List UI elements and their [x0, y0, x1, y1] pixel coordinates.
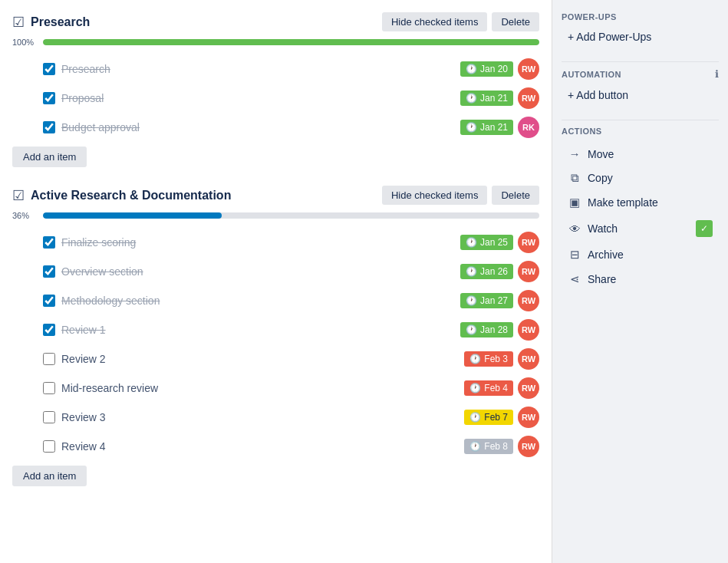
divider-1 [562, 61, 719, 62]
sidebar-action-watch[interactable]: 👁Watch✓ [562, 215, 719, 242]
item-checkbox[interactable] [43, 92, 55, 104]
checklist-item: Overview section🕐 Jan 26RW [43, 257, 539, 286]
actions-title: Actions [562, 127, 719, 136]
item-label: Budget approval [61, 121, 454, 133]
item-checkbox[interactable] [43, 265, 55, 278]
header-buttons: Hide checked itemsDelete [382, 12, 539, 31]
checklist-check-icon: ☑ [12, 187, 25, 204]
add-button-button[interactable]: + Add button [562, 86, 719, 104]
add-button-label: + Add button [568, 89, 628, 101]
clock-icon: 🕐 [466, 266, 477, 277]
actions-section: Actions →Move⧉Copy▣Make template👁Watch✓⊟… [562, 127, 719, 291]
progress-container: 100% [12, 38, 539, 47]
copy-icon: ⧉ [568, 171, 581, 185]
item-label: Review 2 [61, 353, 458, 365]
watch-label: Watch [588, 222, 690, 235]
date-badge[interactable]: 🕐 Jan 27 [460, 293, 513, 308]
avatar: RK [518, 117, 539, 138]
item-checkbox[interactable] [43, 295, 55, 307]
date-badge[interactable]: 🕐 Jan 21 [460, 120, 513, 135]
date-badge[interactable]: 🕐 Jan 26 [460, 264, 513, 279]
item-meta: 🕐 Jan 21RW [460, 87, 539, 109]
automation-title: Automation [562, 70, 621, 79]
checklist-item: Presearch🕐 Jan 20RW [43, 54, 539, 84]
item-meta: 🕐 Jan 28RW [460, 319, 539, 341]
checklist-item: Mid-research review🕐 Feb 4RW [43, 374, 539, 403]
add-powerup-label: + Add Power-Ups [568, 31, 651, 43]
date-badge[interactable]: 🕐 Jan 25 [460, 235, 513, 250]
make-template-label: Make template [588, 196, 713, 209]
avatar: RW [518, 377, 539, 399]
main-content: ☑PresearchHide checked itemsDelete100%Pr… [0, 0, 552, 563]
item-meta: 🕐 Jan 27RW [460, 290, 539, 311]
share-label: Share [588, 273, 713, 285]
item-label: Proposal [61, 92, 454, 104]
hide-checked-button[interactable]: Hide checked items [382, 12, 487, 31]
sidebar-action-share[interactable]: ⋖Share [562, 267, 719, 291]
add-item-button[interactable]: Add an item [12, 147, 87, 167]
sidebar-action-copy[interactable]: ⧉Copy [562, 166, 719, 190]
section-presearch: ☑PresearchHide checked itemsDelete100%Pr… [12, 12, 539, 167]
checklist-item: Finalize scoring🕐 Jan 25RW [43, 228, 539, 257]
avatar: RW [518, 348, 539, 370]
archive-icon: ⊟ [568, 248, 581, 262]
hide-checked-button[interactable]: Hide checked items [382, 186, 487, 205]
item-label: Overview section [61, 265, 454, 278]
item-checkbox[interactable] [43, 324, 55, 336]
checklist-item: Review 4🕐 Feb 8RW [43, 432, 539, 461]
title-area: ☑Presearch [12, 14, 382, 31]
divider-2 [562, 120, 719, 120]
date-badge[interactable]: 🕐 Feb 7 [464, 410, 513, 425]
item-label: Presearch [61, 63, 454, 75]
date-badge[interactable]: 🕐 Jan 20 [460, 61, 513, 77]
date-badge[interactable]: 🕐 Feb 8 [464, 439, 513, 454]
date-badge[interactable]: 🕐 Jan 21 [460, 91, 513, 106]
item-checkbox[interactable] [43, 382, 55, 394]
checklist-item: Budget approval🕐 Jan 21RK [43, 113, 539, 142]
add-powerup-button[interactable]: + Add Power-Ups [562, 28, 719, 46]
avatar: RW [518, 87, 539, 109]
sidebar-action-archive[interactable]: ⊟Archive [562, 242, 719, 267]
sidebar-action-move[interactable]: →Move [562, 142, 719, 166]
avatar: RW [518, 261, 539, 282]
add-item-button[interactable]: Add an item [12, 466, 87, 486]
progress-percent: 100% [12, 38, 37, 47]
date-badge[interactable]: 🕐 Feb 3 [464, 351, 513, 367]
avatar: RW [518, 436, 539, 457]
checklist-title: Active Research & Documentation [31, 189, 231, 202]
clock-icon: 🕐 [469, 412, 481, 423]
item-checkbox[interactable] [43, 440, 55, 453]
item-meta: 🕐 Jan 26RW [460, 261, 539, 282]
watch-icon: 👁 [568, 222, 581, 235]
item-meta: 🕐 Jan 21RK [460, 117, 539, 138]
checklist-items: Presearch🕐 Jan 20RWProposal🕐 Jan 21RWBud… [43, 54, 539, 142]
item-checkbox[interactable] [43, 353, 55, 365]
watch-check-icon: ✓ [696, 220, 713, 237]
progress-bar-bg [43, 39, 539, 45]
checklist-item: Review 2🕐 Feb 3RW [43, 344, 539, 374]
item-checkbox[interactable] [43, 236, 55, 249]
delete-button[interactable]: Delete [492, 186, 539, 205]
item-label: Review 1 [61, 324, 454, 336]
delete-button[interactable]: Delete [492, 12, 539, 31]
sidebar-action-make-template[interactable]: ▣Make template [562, 190, 719, 215]
progress-bar-fill [43, 39, 539, 45]
clock-icon: 🕐 [466, 324, 477, 335]
archive-label: Archive [588, 249, 713, 261]
avatar: RW [518, 319, 539, 341]
powerups-title: Power-Ups [562, 12, 719, 21]
header-buttons: Hide checked itemsDelete [382, 186, 539, 205]
automation-section: Automation ℹ + Add button [562, 68, 719, 104]
share-icon: ⋖ [568, 272, 581, 286]
date-badge[interactable]: 🕐 Jan 28 [460, 322, 513, 337]
info-icon: ℹ [715, 68, 719, 80]
date-badge[interactable]: 🕐 Feb 4 [464, 380, 513, 396]
copy-label: Copy [588, 172, 713, 184]
actions-list: →Move⧉Copy▣Make template👁Watch✓⊟Archive⋖… [562, 142, 719, 291]
item-checkbox[interactable] [43, 121, 55, 133]
item-checkbox[interactable] [43, 411, 55, 423]
item-checkbox[interactable] [43, 63, 55, 75]
clock-icon: 🕐 [469, 383, 481, 393]
item-label: Mid-research review [61, 382, 458, 394]
checklist-item: Review 3🕐 Feb 7RW [43, 403, 539, 432]
